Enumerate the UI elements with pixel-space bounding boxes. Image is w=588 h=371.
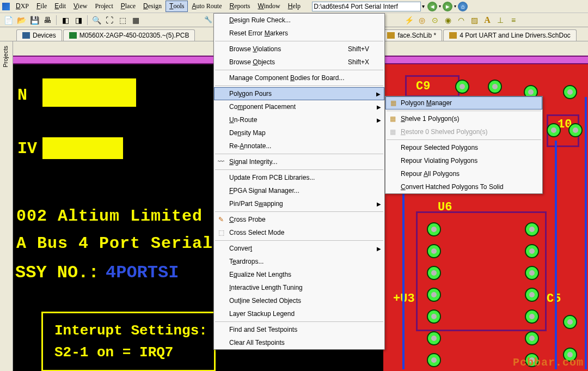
nav-back-drop[interactable]: ▾ — [439, 4, 441, 9]
menu-item[interactable]: Browse ViolationsShift+V — [214, 42, 384, 56]
tb-ring[interactable]: ◎ — [416, 14, 428, 26]
menu-item[interactable]: FPGA Signal Manager... — [214, 184, 384, 197]
pcb-copyright: 002 Altium Limited — [16, 207, 203, 226]
pad — [427, 331, 441, 345]
pad — [547, 123, 561, 137]
tb-text[interactable]: A — [481, 14, 493, 26]
menu-item-label: Interactive Length Tuning — [229, 284, 303, 291]
menu-item[interactable]: Reset Error Markers — [214, 27, 384, 40]
menu-item[interactable]: Layer Stackup Legend — [214, 307, 384, 320]
tb-layer[interactable]: ≡ — [507, 14, 519, 26]
menu-window[interactable]: Window — [254, 1, 284, 12]
menu-item[interactable]: Re-Annotate... — [214, 139, 384, 153]
watermark: Pcbbar.com — [513, 356, 584, 369]
tb-fit[interactable]: ⛶ — [103, 14, 115, 26]
tb-pad[interactable]: ◉ — [442, 14, 454, 26]
tb-arc[interactable]: ◠ — [455, 14, 467, 26]
menu-item[interactable]: Convert Hatched Polygons To Solid — [385, 180, 542, 193]
tab-pcb[interactable]: M0560X-2AGP-450-020305.~(5).PCB — [63, 29, 195, 41]
tb-via[interactable]: ⊙ — [429, 14, 441, 26]
tb-stack[interactable]: ◧ — [59, 14, 71, 26]
menu-item[interactable]: Repour Violating Polygons — [385, 154, 542, 167]
tb-zoom[interactable]: 🔍 — [90, 14, 102, 26]
tb-open[interactable]: 📂 — [15, 14, 27, 26]
menu-item[interactable]: Pin/Part Swapping▶ — [214, 197, 384, 210]
submenu-arrow-icon: ▶ — [377, 246, 381, 252]
menu-item[interactable]: Density Map — [214, 126, 384, 139]
menu-item-label: Shelve 1 Polygon(s) — [401, 115, 459, 123]
menu-item[interactable]: Browse ObjectsShift+X — [214, 56, 384, 69]
menu-edit[interactable]: Edit — [51, 1, 70, 12]
menu-item[interactable]: Shelve 1 Polygon(s)▦ — [385, 112, 542, 125]
pad — [525, 266, 539, 280]
pad — [427, 266, 441, 280]
menu-item[interactable]: Polygon Pours▶ — [214, 87, 384, 100]
menu-file[interactable]: File — [33, 1, 51, 12]
submenu-arrow-icon: ▶ — [377, 104, 381, 110]
tb-dim[interactable]: ⊥ — [494, 14, 506, 26]
tb-save[interactable]: 💾 — [28, 14, 40, 26]
menu-item[interactable]: Interactive Length Tuning — [214, 281, 384, 294]
tb-print[interactable]: 🖶 — [41, 14, 53, 26]
sch-icon — [449, 32, 457, 39]
tab-schdoc[interactable]: 4 Port UART and Line Drivers.SchDoc — [443, 29, 577, 41]
menu-item[interactable]: Manage Component Bodies for Board... — [214, 71, 384, 84]
menu-item[interactable]: Signal Integrity...〰 — [214, 155, 384, 168]
menu-item[interactable]: Clear All Testpoints — [214, 336, 384, 349]
shelve-icon: ▦ — [388, 114, 397, 123]
nav-fwd-drop[interactable]: ▾ — [454, 4, 456, 9]
submenu-arrow-icon: ▶ — [376, 91, 381, 97]
menu-help[interactable]: Help — [284, 1, 304, 12]
tb-new[interactable]: 📄 — [2, 14, 14, 26]
menu-item[interactable]: Polygon Manager▦ — [385, 96, 542, 110]
tb-fill[interactable]: ▨ — [468, 14, 480, 26]
menu-item[interactable]: Repour All Polygons — [385, 167, 542, 180]
menu-item[interactable]: Design Rule Check... — [214, 14, 384, 27]
tb-stack2[interactable]: ◨ — [72, 14, 84, 26]
menu-item-label: Restore 0 Shelved Polygon(s) — [401, 128, 487, 136]
menu-item[interactable]: Find and Set Testpoints — [214, 323, 384, 336]
menu-project[interactable]: Project — [91, 1, 117, 12]
pad — [427, 288, 441, 302]
menu-dxp[interactable]: DXP — [12, 1, 33, 12]
nav-fwd[interactable]: ► — [443, 2, 452, 11]
menu-item[interactable]: Cross Probe✎ — [214, 213, 384, 226]
menu-place[interactable]: Place — [117, 1, 139, 12]
tab-schlib[interactable]: face.SchLib * — [381, 29, 442, 41]
tab-label: M0560X-2AGP-450-020305.~(5).PCB — [79, 32, 189, 39]
menu-item[interactable]: Outline Selected Objects — [214, 294, 384, 307]
tb-bolt[interactable]: ⚡ — [403, 14, 415, 26]
tb-sel[interactable]: ⬚ — [117, 14, 128, 26]
menu-item[interactable]: Teardrops... — [214, 255, 384, 268]
path-dropdown-icon[interactable]: ▾ — [422, 3, 425, 9]
menu-design[interactable]: Design — [139, 1, 166, 12]
sidebar-projects[interactable]: Projects — [0, 41, 11, 72]
devices-icon — [22, 32, 30, 39]
menu-item[interactable]: Equalize Net Lengths — [214, 268, 384, 281]
tb-grid[interactable]: ▦ — [130, 14, 142, 26]
menu-item-label: Find and Set Testpoints — [229, 326, 297, 333]
sig-icon: 〰 — [216, 157, 226, 166]
menu-item[interactable]: Cross Select Mode⬚ — [214, 226, 384, 239]
pcb-icon — [69, 32, 77, 39]
menu-item-label: Repour All Polygons — [401, 170, 460, 178]
menu-item-label: Polygon Pours — [229, 90, 272, 98]
menu-tools[interactable]: Tools — [166, 1, 188, 12]
pad — [563, 85, 577, 99]
menu-autoroute[interactable]: Auto Route — [188, 1, 225, 12]
menu-reports[interactable]: Reports — [225, 1, 254, 12]
menu-item[interactable]: Un-Route▶ — [214, 113, 384, 126]
nav-home[interactable]: ⌂ — [458, 2, 468, 11]
menu-item[interactable]: Convert▶ — [214, 242, 384, 255]
app-logo — [2, 3, 10, 10]
menu-item[interactable]: Update From PCB Libraries... — [214, 171, 384, 184]
menu-item-label: Manage Component Bodies for Board... — [229, 74, 344, 82]
probe-icon: ✎ — [216, 215, 226, 224]
pcb-rect — [42, 137, 123, 159]
nav-back[interactable]: ◄ — [427, 2, 437, 11]
tab-devices[interactable]: Devices — [16, 29, 62, 41]
menu-item[interactable]: Repour Selected Polygons — [385, 141, 542, 154]
menu-view[interactable]: View — [70, 1, 91, 12]
path-field[interactable]: D:\ad6test\4 Port Serial Interf — [312, 2, 421, 11]
menu-item[interactable]: Component Placement▶ — [214, 100, 384, 113]
